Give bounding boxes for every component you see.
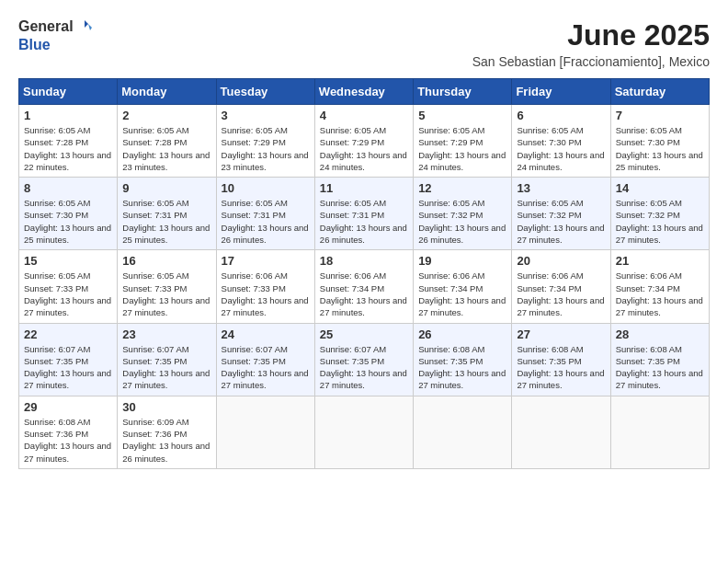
day-number: 12 (418, 181, 506, 195)
table-row: 26 Sunrise: 6:08 AM Sunset: 7:35 PM Dayl… (414, 323, 512, 396)
day-info: Sunrise: 6:06 AM Sunset: 7:34 PM Dayligh… (517, 270, 605, 318)
day-number: 18 (320, 254, 408, 268)
day-info: Sunrise: 6:06 AM Sunset: 7:33 PM Dayligh… (222, 270, 310, 318)
day-number: 9 (122, 181, 210, 195)
day-number: 30 (122, 400, 210, 414)
table-row: 11 Sunrise: 6:05 AM Sunset: 7:31 PM Dayl… (314, 178, 413, 250)
day-number: 24 (222, 327, 310, 341)
table-row: 13 Sunrise: 6:05 AM Sunset: 7:32 PM Dayl… (512, 178, 610, 250)
table-row: 14 Sunrise: 6:05 AM Sunset: 7:32 PM Dayl… (610, 178, 709, 250)
table-row: 20 Sunrise: 6:06 AM Sunset: 7:34 PM Dayl… (512, 250, 610, 323)
day-info: Sunrise: 6:08 AM Sunset: 7:35 PM Dayligh… (517, 343, 605, 392)
col-sunday: Sunday (19, 79, 118, 105)
day-number: 28 (616, 327, 704, 341)
day-info: Sunrise: 6:05 AM Sunset: 7:30 PM Dayligh… (616, 124, 704, 173)
calendar-week-row: 22 Sunrise: 6:07 AM Sunset: 7:35 PM Dayl… (19, 323, 710, 396)
day-number: 3 (222, 109, 310, 122)
day-number: 25 (320, 327, 408, 341)
day-number: 17 (222, 254, 310, 268)
calendar-week-row: 1 Sunrise: 6:05 AM Sunset: 7:28 PM Dayli… (19, 105, 710, 178)
day-info: Sunrise: 6:05 AM Sunset: 7:29 PM Dayligh… (418, 124, 506, 173)
day-info: Sunrise: 6:08 AM Sunset: 7:35 PM Dayligh… (418, 343, 506, 392)
calendar-subtitle: San Sebastian [Fraccionamiento], Mexico (472, 54, 710, 69)
day-info: Sunrise: 6:05 AM Sunset: 7:32 PM Dayligh… (616, 197, 704, 246)
day-info: Sunrise: 6:05 AM Sunset: 7:30 PM Dayligh… (24, 197, 112, 246)
day-number: 21 (616, 254, 704, 268)
svg-marker-1 (88, 24, 92, 30)
table-row: 28 Sunrise: 6:08 AM Sunset: 7:35 PM Dayl… (610, 323, 709, 396)
day-info: Sunrise: 6:08 AM Sunset: 7:35 PM Dayligh… (616, 343, 704, 392)
header: General Blue June 2025 San Sebastian [Fr… (18, 18, 710, 69)
calendar-week-row: 8 Sunrise: 6:05 AM Sunset: 7:30 PM Dayli… (19, 178, 710, 250)
day-info: Sunrise: 6:07 AM Sunset: 7:35 PM Dayligh… (320, 343, 408, 392)
calendar-header: Sunday Monday Tuesday Wednesday Thursday… (19, 79, 710, 105)
day-info: Sunrise: 6:05 AM Sunset: 7:33 PM Dayligh… (24, 270, 112, 318)
day-number: 10 (222, 181, 310, 195)
day-info: Sunrise: 6:08 AM Sunset: 7:36 PM Dayligh… (24, 416, 112, 465)
table-row: 5 Sunrise: 6:05 AM Sunset: 7:29 PM Dayli… (414, 105, 512, 178)
table-row: 10 Sunrise: 6:05 AM Sunset: 7:31 PM Dayl… (216, 178, 314, 250)
day-number: 13 (517, 181, 605, 195)
day-info: Sunrise: 6:06 AM Sunset: 7:34 PM Dayligh… (616, 270, 704, 318)
table-row: 23 Sunrise: 6:07 AM Sunset: 7:35 PM Dayl… (118, 323, 216, 396)
table-row: 22 Sunrise: 6:07 AM Sunset: 7:35 PM Dayl… (19, 323, 118, 396)
table-row: 18 Sunrise: 6:06 AM Sunset: 7:34 PM Dayl… (314, 250, 413, 323)
table-row: 9 Sunrise: 6:05 AM Sunset: 7:31 PM Dayli… (118, 178, 216, 250)
title-section: June 2025 San Sebastian [Fraccionamiento… (472, 18, 710, 69)
table-row: 12 Sunrise: 6:05 AM Sunset: 7:32 PM Dayl… (414, 178, 512, 250)
day-number: 29 (24, 400, 112, 414)
day-number: 15 (24, 254, 112, 268)
col-tuesday: Tuesday (216, 79, 314, 105)
table-row (414, 396, 512, 468)
table-row (314, 396, 413, 468)
day-number: 8 (24, 181, 112, 195)
col-wednesday: Wednesday (314, 79, 413, 105)
col-saturday: Saturday (610, 79, 709, 105)
day-info: Sunrise: 6:05 AM Sunset: 7:31 PM Dayligh… (222, 197, 310, 246)
day-number: 23 (122, 327, 210, 341)
day-info: Sunrise: 6:06 AM Sunset: 7:34 PM Dayligh… (320, 270, 408, 318)
calendar-week-row: 29 Sunrise: 6:08 AM Sunset: 7:36 PM Dayl… (19, 396, 710, 468)
day-number: 11 (320, 181, 408, 195)
day-number: 14 (616, 181, 704, 195)
table-row: 29 Sunrise: 6:08 AM Sunset: 7:36 PM Dayl… (19, 396, 118, 468)
calendar-title: June 2025 (472, 18, 710, 52)
day-number: 26 (418, 327, 506, 341)
day-number: 6 (517, 109, 605, 122)
logo: General Blue (18, 18, 94, 53)
day-info: Sunrise: 6:05 AM Sunset: 7:32 PM Dayligh… (418, 197, 506, 246)
table-row (610, 396, 709, 468)
table-row: 17 Sunrise: 6:06 AM Sunset: 7:33 PM Dayl… (216, 250, 314, 323)
table-row: 25 Sunrise: 6:07 AM Sunset: 7:35 PM Dayl… (314, 323, 413, 396)
table-row: 4 Sunrise: 6:05 AM Sunset: 7:29 PM Dayli… (314, 105, 413, 178)
day-info: Sunrise: 6:05 AM Sunset: 7:31 PM Dayligh… (122, 197, 210, 246)
table-row: 16 Sunrise: 6:05 AM Sunset: 7:33 PM Dayl… (118, 250, 216, 323)
day-info: Sunrise: 6:06 AM Sunset: 7:34 PM Dayligh… (418, 270, 506, 318)
day-number: 7 (616, 109, 704, 122)
calendar-body: 1 Sunrise: 6:05 AM Sunset: 7:28 PM Dayli… (19, 105, 710, 469)
day-info: Sunrise: 6:05 AM Sunset: 7:29 PM Dayligh… (222, 124, 310, 173)
day-info: Sunrise: 6:05 AM Sunset: 7:28 PM Dayligh… (24, 124, 112, 173)
day-number: 16 (122, 254, 210, 268)
table-row (512, 396, 610, 468)
calendar-week-row: 15 Sunrise: 6:05 AM Sunset: 7:33 PM Dayl… (19, 250, 710, 323)
table-row: 7 Sunrise: 6:05 AM Sunset: 7:30 PM Dayli… (610, 105, 709, 178)
table-row: 2 Sunrise: 6:05 AM Sunset: 7:28 PM Dayli… (118, 105, 216, 178)
table-row: 30 Sunrise: 6:09 AM Sunset: 7:36 PM Dayl… (118, 396, 216, 468)
day-info: Sunrise: 6:05 AM Sunset: 7:32 PM Dayligh… (517, 197, 605, 246)
table-row: 6 Sunrise: 6:05 AM Sunset: 7:30 PM Dayli… (512, 105, 610, 178)
day-number: 4 (320, 109, 408, 122)
day-number: 22 (24, 327, 112, 341)
col-friday: Friday (512, 79, 610, 105)
page-container: General Blue June 2025 San Sebastian [Fr… (18, 18, 710, 469)
header-row: Sunday Monday Tuesday Wednesday Thursday… (19, 79, 710, 105)
table-row: 27 Sunrise: 6:08 AM Sunset: 7:35 PM Dayl… (512, 323, 610, 396)
day-number: 2 (122, 109, 210, 122)
table-row: 15 Sunrise: 6:05 AM Sunset: 7:33 PM Dayl… (19, 250, 118, 323)
day-info: Sunrise: 6:07 AM Sunset: 7:35 PM Dayligh… (222, 343, 310, 392)
day-number: 20 (517, 254, 605, 268)
day-info: Sunrise: 6:05 AM Sunset: 7:33 PM Dayligh… (122, 270, 210, 318)
day-info: Sunrise: 6:09 AM Sunset: 7:36 PM Dayligh… (122, 416, 210, 465)
col-thursday: Thursday (414, 79, 512, 105)
day-info: Sunrise: 6:05 AM Sunset: 7:29 PM Dayligh… (320, 124, 408, 173)
